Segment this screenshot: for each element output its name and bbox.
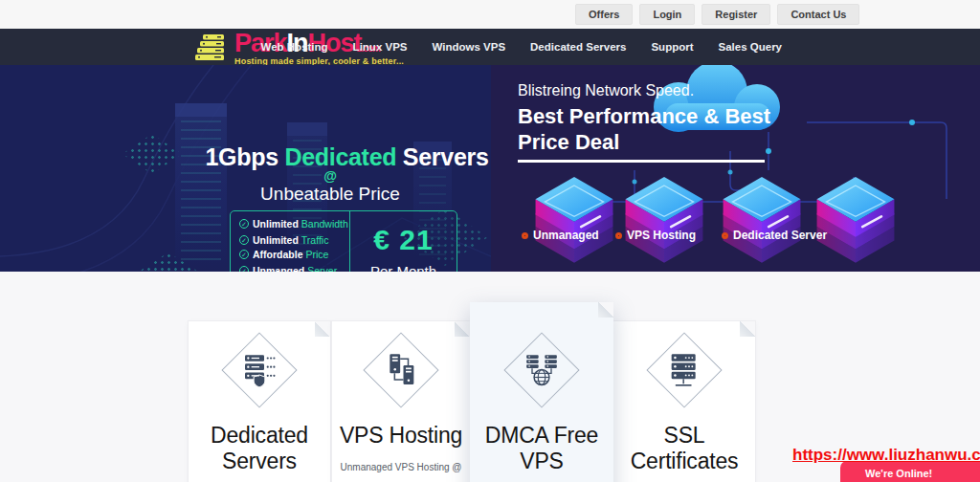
check-circle-icon: ✓ (239, 250, 249, 259)
fold-corner (598, 302, 613, 318)
diamond-frame (363, 332, 438, 407)
check-circle-icon: ✓ (239, 235, 249, 245)
ring-icon (615, 232, 622, 239)
label-dedicated-server: Dedicated Server (722, 229, 827, 242)
hero-subtitle: Unbeatable Price (201, 184, 459, 205)
ring-icon (522, 232, 528, 239)
server-stack-graphic (531, 177, 617, 270)
price-value: € 21 (373, 224, 433, 256)
diamond-frame (646, 332, 722, 407)
card-title: SSL Certificates (613, 423, 755, 474)
hero-right-panel: Blistreing Network Speed. Best Performan… (491, 65, 980, 272)
offers-button[interactable]: Offers (575, 4, 633, 25)
server-stack-graphic (813, 177, 899, 270)
check-circle-icon: ✓ (239, 219, 249, 229)
server-stack-graphic (719, 177, 805, 270)
nav-item-support[interactable]: Support (651, 41, 693, 53)
network-speed-line: Blistreing Network Speed. (518, 82, 694, 99)
nav-item-linux-vps[interactable]: Linux VPS (353, 41, 408, 53)
price-period: Per Month (370, 263, 436, 273)
nav-item-web-hosting[interactable]: Web Hosting (261, 41, 328, 53)
headline-underline (518, 160, 765, 163)
ring-icon (722, 232, 728, 239)
label-vps-hosting: VPS Hosting (615, 229, 696, 242)
feature-item: ✓UnmangedServer (239, 265, 349, 272)
card-dmca-free-vps[interactable]: DMCA Free VPS DMCA Ignored VPS Hosting @ (470, 302, 613, 482)
hero-headline: Best Performance & Best Price Deal (518, 103, 786, 155)
hero-at-symbol: @ (201, 168, 459, 184)
label-unmanaged: Unmanaged (522, 229, 599, 242)
nav-item-dedicated-servers[interactable]: Dedicated Servers (530, 41, 626, 53)
card-title: Dedicated Servers (189, 423, 330, 474)
card-vps-hosting[interactable]: VPS Hosting Unmanaged VPS Hosting @ (332, 321, 470, 482)
top-buttons: Offers Login Register Contact Us (575, 4, 859, 25)
top-utility-bar: Offers Login Register Contact Us (0, 0, 980, 29)
diamond-frame (221, 332, 297, 407)
card-subtitle: Unmanaged VPS Hosting @ (332, 462, 470, 472)
watermark-link[interactable]: https://www.liuzhanwu.cn (792, 446, 980, 465)
vps-servers-icon (382, 351, 420, 389)
server-stack-logo-icon (195, 33, 230, 66)
hero-title: 1Gbps Dedicated Servers (201, 143, 491, 171)
price-panel: € 21 Per Month (349, 211, 457, 272)
page: Offers Login Register Contact Us (0, 0, 980, 482)
servers-globe-icon (523, 351, 561, 389)
nav-item-windows-vps[interactable]: Windows VPS (432, 41, 505, 53)
card-title: VPS Hosting (332, 423, 470, 449)
dedicated-server-shield-icon (240, 351, 278, 389)
feature-item: ✓UnlimitedTraffic (239, 234, 349, 246)
register-button[interactable]: Register (702, 4, 770, 25)
card-title: DMCA Free VPS (470, 423, 613, 474)
contact-us-button[interactable]: Contact Us (777, 4, 859, 25)
server-stack-graphic (621, 177, 707, 270)
feature-list: ✓UnlimitedBandwidth ✓UnlimitedTraffic ✓A… (231, 211, 349, 272)
hero-banner: 1Gbps Dedicated Servers @ Unbeatable Pri… (0, 65, 980, 272)
diamond-frame (503, 332, 579, 407)
price-offer-box: ✓UnlimitedBandwidth ✓UnlimitedTraffic ✓A… (230, 210, 457, 272)
login-button[interactable]: Login (639, 4, 695, 25)
nav-menu: Web Hosting Linux VPS Windows VPS Dedica… (261, 29, 782, 65)
nav-item-sales-query[interactable]: Sales Query (719, 41, 782, 53)
feature-item: ✓AffordablePrice (239, 249, 349, 260)
chat-status-text: We're Online! (865, 468, 980, 479)
card-dedicated-servers[interactable]: Dedicated Servers Dedicated Servers for … (189, 321, 330, 482)
server-rack-icon (665, 351, 703, 389)
feature-item: ✓UnlimitedBandwidth (239, 218, 349, 230)
hero-left-panel: 1Gbps Dedicated Servers @ Unbeatable Pri… (0, 65, 491, 272)
main-navbar: ParkInHost.com Hosting made simpler, coo… (0, 29, 980, 65)
card-ssl-certificates[interactable]: SSL Certificates RapidSSL | GeoTrust | S… (613, 321, 755, 482)
